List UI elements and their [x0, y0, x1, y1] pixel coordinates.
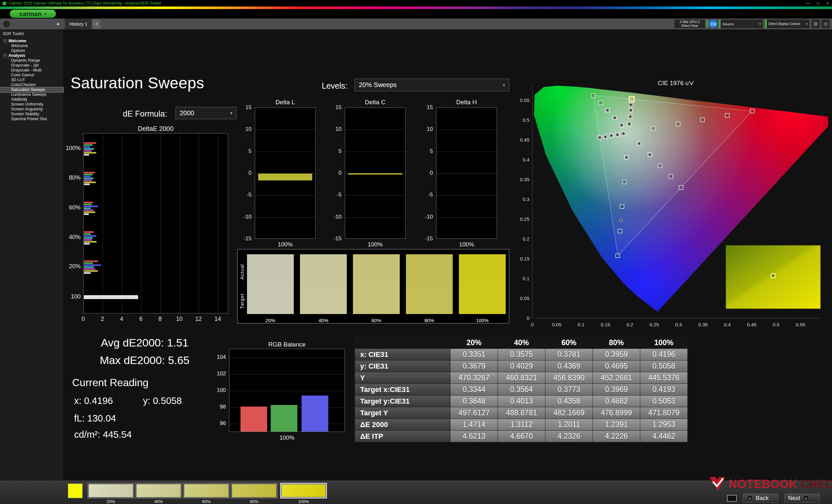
sidebar-item-grayscale-2pt[interactable]: Grayscale - 2pt	[0, 63, 63, 68]
maximize-icon[interactable]: □	[817, 0, 819, 6]
table-cell: 470.3267	[450, 372, 498, 384]
de-bar-magenta	[84, 209, 94, 211]
target-row-label: Target	[239, 286, 244, 317]
sidebar-item-grayscale-multi[interactable]: Grayscale - Multi	[0, 68, 63, 73]
de-bar-yellow	[84, 212, 95, 213]
sidebar-collapse-icon[interactable]: ◀	[54, 21, 61, 27]
sidebar-item-label: 3D LUT	[11, 78, 25, 83]
sidebar-item-label: Additivity	[11, 97, 27, 102]
minimize-icon[interactable]: —	[806, 0, 810, 6]
chevron-down-icon: ▾	[503, 83, 505, 88]
close-icon[interactable]: ×	[827, 0, 829, 6]
sidebar-item-screen-uniformity[interactable]: Screen Uniformity	[0, 102, 63, 107]
chart-title-delta-c: Delta C	[345, 99, 406, 106]
calman-menu-button[interactable]: calman ▾	[10, 10, 56, 18]
de-bar-white	[84, 154, 89, 156]
sidebar-item-label: Screen Stability	[11, 112, 39, 117]
notebookcheck-watermark: NOTEBOOKCHECK	[708, 475, 832, 493]
sidebar-item-screen-stability[interactable]: Screen Stability	[0, 112, 63, 117]
tree-collapse-icon[interactable]: −	[3, 39, 7, 43]
table-cell: 4.6670	[498, 430, 545, 442]
table-cell: 0.3648	[450, 395, 498, 407]
sidebar-item-welcome[interactable]: Welcome	[0, 44, 63, 48]
sidebar-item-welcome[interactable]: −Welcome	[0, 39, 63, 44]
table-cell: 4.2326	[545, 430, 593, 442]
gear-icon[interactable]: ⚙	[811, 19, 820, 29]
swatch-panel: Actual Target 20%40%60%80%100%	[237, 249, 509, 324]
table-cell: 1.4714	[450, 419, 498, 430]
levels-select[interactable]: 20% Sweeps ▾	[355, 79, 509, 91]
filmstrip-thumbnail-100[interactable]	[280, 483, 327, 499]
svg-text:0.05: 0.05	[552, 322, 561, 327]
table-cell: 482.1669	[545, 407, 593, 419]
table-cell: 0.4358	[545, 395, 593, 407]
table-cell: 476.8999	[593, 407, 640, 419]
cie-measured-point	[629, 115, 632, 118]
add-tab-button[interactable]: +	[92, 20, 101, 28]
sidebar-item-3d-lut[interactable]: 3D LUT	[0, 78, 63, 83]
de-bar-cyan	[84, 266, 94, 268]
sidebar-item-colorchecker[interactable]: ColorChecker	[0, 83, 63, 87]
logo-bar: calman ▾	[0, 9, 832, 19]
rgb-bar-green	[271, 405, 297, 431]
sidebar-item-additivity[interactable]: Additivity	[0, 97, 63, 102]
swatch-actual	[247, 254, 294, 284]
axis-tick-label: 20%	[60, 263, 81, 270]
axis-tick-label: 8	[154, 316, 167, 323]
cie-target-square	[620, 204, 624, 208]
calman-app-window: Calman 2025 Calman Ultimate for Business…	[0, 0, 832, 504]
power-icon[interactable]: ⊙	[821, 19, 830, 29]
sidebar-item-saturation-sweeps[interactable]: Saturation Sweeps	[0, 87, 63, 92]
next-button[interactable]: Next »	[784, 494, 820, 503]
sidebar-item-options[interactable]: Options	[0, 48, 63, 53]
filmstrip-thumbnail-20[interactable]	[87, 483, 134, 499]
display-preview-icon[interactable]	[727, 495, 737, 502]
sidebar: SDR Toolkit −WelcomeWelcomeOptions−Analy…	[0, 29, 64, 480]
de-bar-yellow	[84, 181, 96, 183]
page-title: Saturation Sweeps	[71, 74, 204, 92]
tab-history-1[interactable]: History 1	[65, 19, 92, 29]
meter-count-badge[interactable]: 236	[709, 20, 717, 28]
de-bar-blue	[84, 176, 91, 177]
display-control-select[interactable]: Direct Display Control ▾	[765, 19, 810, 29]
axis-tick-label: 15	[327, 104, 342, 111]
thumbnail-swatch	[89, 484, 133, 497]
thumbnail-label: 100%	[280, 499, 327, 504]
sidebar-item-spectral-power-dist[interactable]: Spectral Power Dist.	[0, 117, 63, 121]
back-button[interactable]: « Back	[743, 494, 778, 503]
filmstrip-thumbnail-40[interactable]	[135, 483, 182, 499]
filmstrip-thumbnail-80[interactable]	[231, 483, 278, 499]
axis-tick-label: 100%	[345, 241, 406, 248]
de-formula-select[interactable]: 2000 ▾	[176, 107, 237, 119]
axis-tick-label: 102	[211, 370, 226, 377]
filmstrip-thumbnail-60[interactable]	[183, 483, 230, 499]
cie-target-square	[599, 101, 602, 105]
sidebar-item-dynamic-range[interactable]: Dynamic Range	[0, 58, 63, 63]
table-cell: 0.3781	[545, 349, 593, 361]
de-bar-cyan	[84, 148, 94, 150]
cie-target-square	[623, 180, 627, 184]
cie-measured-point	[629, 103, 632, 106]
source-select[interactable]: Source ▾	[719, 19, 763, 29]
tree-collapse-icon[interactable]: −	[3, 54, 7, 57]
sidebar-item-screen-angularity[interactable]: Screen Angularity	[0, 107, 63, 112]
table-cell: 460.8321	[498, 372, 545, 384]
de-bar-cyan	[84, 237, 93, 239]
rainbow-strip	[0, 6, 832, 9]
sidebar-item-analysis[interactable]: −Analysis	[0, 53, 63, 58]
workspace-menu-button[interactable]	[3, 20, 10, 28]
axis-tick-label: 0	[237, 170, 252, 176]
cie-measured-point	[638, 142, 641, 145]
svg-text:0.25: 0.25	[649, 322, 659, 327]
rgb-balance-chart	[229, 349, 345, 432]
axis-tick-label: -5	[327, 192, 342, 198]
watermark-primary-text: NOTEBOOK	[729, 477, 798, 491]
sidebar-item-label: Grayscale - 2pt	[11, 63, 39, 68]
axis-tick-label: 100%	[60, 145, 81, 152]
table-cell: 0.3575	[498, 349, 545, 361]
meter-button[interactable]: X-Rite i1Pro 2 Direct View	[674, 19, 705, 29]
sidebar-item-luminance-sweeps[interactable]: Luminance Sweeps	[0, 92, 63, 97]
table-cell: 471.8079	[640, 407, 688, 419]
calman-logo: calman	[20, 10, 42, 18]
sidebar-item-color-gamut[interactable]: Color Gamut	[0, 73, 63, 78]
